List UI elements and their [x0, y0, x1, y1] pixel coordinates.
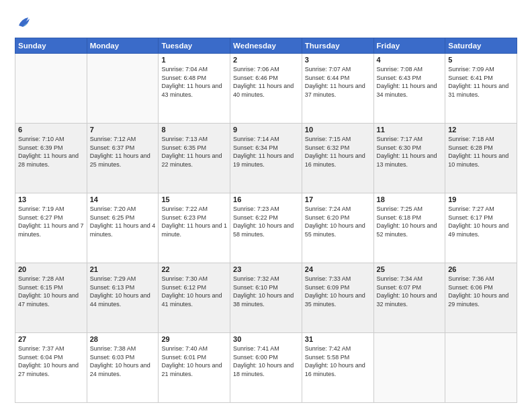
day-detail: Sunrise: 7:34 AM Sunset: 6:07 PM Dayligh…	[377, 275, 443, 308]
calendar-cell: 14Sunrise: 7:20 AM Sunset: 6:25 PM Dayli…	[87, 193, 159, 263]
day-number: 3	[305, 56, 371, 64]
calendar-cell: 26Sunrise: 7:36 AM Sunset: 6:06 PM Dayli…	[445, 263, 517, 333]
header	[15, 12, 517, 31]
day-number: 7	[90, 126, 156, 134]
day-detail: Sunrise: 7:24 AM Sunset: 6:20 PM Dayligh…	[305, 205, 371, 238]
day-number: 13	[18, 195, 84, 203]
calendar-cell: 12Sunrise: 7:18 AM Sunset: 6:28 PM Dayli…	[445, 124, 517, 193]
calendar-cell: 19Sunrise: 7:27 AM Sunset: 6:17 PM Dayli…	[445, 193, 517, 263]
week-row-4: 20Sunrise: 7:28 AM Sunset: 6:15 PM Dayli…	[15, 263, 517, 333]
day-number: 27	[18, 335, 84, 343]
calendar-cell: 2Sunrise: 7:06 AM Sunset: 6:46 PM Daylig…	[230, 54, 302, 124]
logo	[15, 12, 36, 31]
calendar-cell: 22Sunrise: 7:30 AM Sunset: 6:12 PM Dayli…	[159, 263, 230, 333]
day-number: 1	[161, 56, 227, 64]
calendar-cell: 16Sunrise: 7:23 AM Sunset: 6:22 PM Dayli…	[230, 193, 302, 263]
day-number: 17	[305, 195, 371, 203]
day-detail: Sunrise: 7:10 AM Sunset: 6:39 PM Dayligh…	[18, 135, 84, 169]
day-number: 26	[448, 265, 514, 273]
day-detail: Sunrise: 7:06 AM Sunset: 6:46 PM Dayligh…	[233, 65, 299, 99]
day-detail: Sunrise: 7:18 AM Sunset: 6:28 PM Dayligh…	[448, 135, 514, 169]
calendar-cell: 20Sunrise: 7:28 AM Sunset: 6:15 PM Dayli…	[15, 263, 87, 333]
day-number: 30	[233, 335, 299, 343]
day-detail: Sunrise: 7:04 AM Sunset: 6:48 PM Dayligh…	[161, 65, 227, 99]
day-number: 18	[377, 195, 443, 203]
day-detail: Sunrise: 7:28 AM Sunset: 6:15 PM Dayligh…	[18, 275, 84, 308]
calendar-cell: 27Sunrise: 7:37 AM Sunset: 6:04 PM Dayli…	[15, 333, 87, 403]
day-detail: Sunrise: 7:22 AM Sunset: 6:23 PM Dayligh…	[161, 205, 227, 238]
calendar-cell: 8Sunrise: 7:13 AM Sunset: 6:35 PM Daylig…	[159, 124, 230, 193]
day-detail: Sunrise: 7:09 AM Sunset: 6:41 PM Dayligh…	[448, 65, 514, 99]
day-number: 12	[448, 126, 514, 134]
weekday-header-sunday: Sunday	[15, 38, 87, 54]
day-detail: Sunrise: 7:27 AM Sunset: 6:17 PM Dayligh…	[448, 205, 514, 238]
day-detail: Sunrise: 7:42 AM Sunset: 5:58 PM Dayligh…	[305, 345, 371, 378]
day-number: 23	[233, 265, 299, 273]
day-detail: Sunrise: 7:38 AM Sunset: 6:03 PM Dayligh…	[90, 345, 156, 378]
day-number: 15	[161, 195, 227, 203]
calendar-cell: 3Sunrise: 7:07 AM Sunset: 6:44 PM Daylig…	[302, 54, 373, 124]
calendar-cell	[373, 333, 445, 403]
week-row-1: 1Sunrise: 7:04 AM Sunset: 6:48 PM Daylig…	[15, 54, 517, 124]
calendar-cell: 18Sunrise: 7:25 AM Sunset: 6:18 PM Dayli…	[373, 193, 445, 263]
day-number: 20	[18, 265, 84, 273]
calendar-cell: 30Sunrise: 7:41 AM Sunset: 6:00 PM Dayli…	[230, 333, 302, 403]
day-detail: Sunrise: 7:30 AM Sunset: 6:12 PM Dayligh…	[161, 275, 227, 308]
weekday-header-thursday: Thursday	[302, 38, 373, 54]
day-detail: Sunrise: 7:36 AM Sunset: 6:06 PM Dayligh…	[448, 275, 514, 308]
weekday-header-saturday: Saturday	[445, 38, 517, 54]
day-number: 9	[233, 126, 299, 134]
day-number: 28	[90, 335, 156, 343]
day-number: 24	[305, 265, 371, 273]
weekday-header-friday: Friday	[373, 38, 445, 54]
calendar-cell	[87, 54, 159, 124]
day-detail: Sunrise: 7:25 AM Sunset: 6:18 PM Dayligh…	[377, 205, 443, 238]
calendar-cell: 25Sunrise: 7:34 AM Sunset: 6:07 PM Dayli…	[373, 263, 445, 333]
day-detail: Sunrise: 7:32 AM Sunset: 6:10 PM Dayligh…	[233, 275, 299, 308]
week-row-5: 27Sunrise: 7:37 AM Sunset: 6:04 PM Dayli…	[15, 333, 517, 403]
page: SundayMondayTuesdayWednesdayThursdayFrid…	[0, 0, 532, 411]
calendar-cell: 9Sunrise: 7:14 AM Sunset: 6:34 PM Daylig…	[230, 124, 302, 193]
day-number: 14	[90, 195, 156, 203]
weekday-header-row: SundayMondayTuesdayWednesdayThursdayFrid…	[15, 38, 517, 54]
calendar-cell: 10Sunrise: 7:15 AM Sunset: 6:32 PM Dayli…	[302, 124, 373, 193]
day-number: 8	[161, 126, 227, 134]
calendar-cell	[15, 54, 87, 124]
calendar-cell: 29Sunrise: 7:40 AM Sunset: 6:01 PM Dayli…	[159, 333, 230, 403]
day-number: 6	[18, 126, 84, 134]
day-number: 11	[377, 126, 443, 134]
day-detail: Sunrise: 7:40 AM Sunset: 6:01 PM Dayligh…	[161, 345, 227, 378]
calendar-cell: 28Sunrise: 7:38 AM Sunset: 6:03 PM Dayli…	[87, 333, 159, 403]
day-number: 2	[233, 56, 299, 64]
week-row-2: 6Sunrise: 7:10 AM Sunset: 6:39 PM Daylig…	[15, 124, 517, 193]
day-number: 5	[448, 56, 514, 64]
calendar-cell: 31Sunrise: 7:42 AM Sunset: 5:58 PM Dayli…	[302, 333, 373, 403]
day-number: 4	[377, 56, 443, 64]
day-number: 16	[233, 195, 299, 203]
day-detail: Sunrise: 7:08 AM Sunset: 6:43 PM Dayligh…	[377, 65, 443, 99]
day-number: 29	[161, 335, 227, 343]
weekday-header-wednesday: Wednesday	[230, 38, 302, 54]
calendar-cell: 17Sunrise: 7:24 AM Sunset: 6:20 PM Dayli…	[302, 193, 373, 263]
day-detail: Sunrise: 7:23 AM Sunset: 6:22 PM Dayligh…	[233, 205, 299, 238]
day-number: 19	[448, 195, 514, 203]
calendar-cell: 24Sunrise: 7:33 AM Sunset: 6:09 PM Dayli…	[302, 263, 373, 333]
calendar-cell: 13Sunrise: 7:19 AM Sunset: 6:27 PM Dayli…	[15, 193, 87, 263]
calendar-cell: 5Sunrise: 7:09 AM Sunset: 6:41 PM Daylig…	[445, 54, 517, 124]
calendar-cell: 21Sunrise: 7:29 AM Sunset: 6:13 PM Dayli…	[87, 263, 159, 333]
day-detail: Sunrise: 7:12 AM Sunset: 6:37 PM Dayligh…	[90, 135, 156, 169]
calendar-cell: 11Sunrise: 7:17 AM Sunset: 6:30 PM Dayli…	[373, 124, 445, 193]
day-detail: Sunrise: 7:13 AM Sunset: 6:35 PM Dayligh…	[161, 135, 227, 169]
day-detail: Sunrise: 7:15 AM Sunset: 6:32 PM Dayligh…	[305, 135, 371, 169]
calendar-cell: 4Sunrise: 7:08 AM Sunset: 6:43 PM Daylig…	[373, 54, 445, 124]
day-detail: Sunrise: 7:41 AM Sunset: 6:00 PM Dayligh…	[233, 345, 299, 378]
weekday-header-monday: Monday	[87, 38, 159, 54]
day-number: 10	[305, 126, 371, 134]
calendar-cell: 15Sunrise: 7:22 AM Sunset: 6:23 PM Dayli…	[159, 193, 230, 263]
day-detail: Sunrise: 7:19 AM Sunset: 6:27 PM Dayligh…	[18, 205, 84, 238]
day-detail: Sunrise: 7:29 AM Sunset: 6:13 PM Dayligh…	[90, 275, 156, 308]
day-number: 31	[305, 335, 371, 343]
day-detail: Sunrise: 7:33 AM Sunset: 6:09 PM Dayligh…	[305, 275, 371, 308]
calendar-cell: 1Sunrise: 7:04 AM Sunset: 6:48 PM Daylig…	[159, 54, 230, 124]
logo-bird-icon	[15, 12, 34, 31]
